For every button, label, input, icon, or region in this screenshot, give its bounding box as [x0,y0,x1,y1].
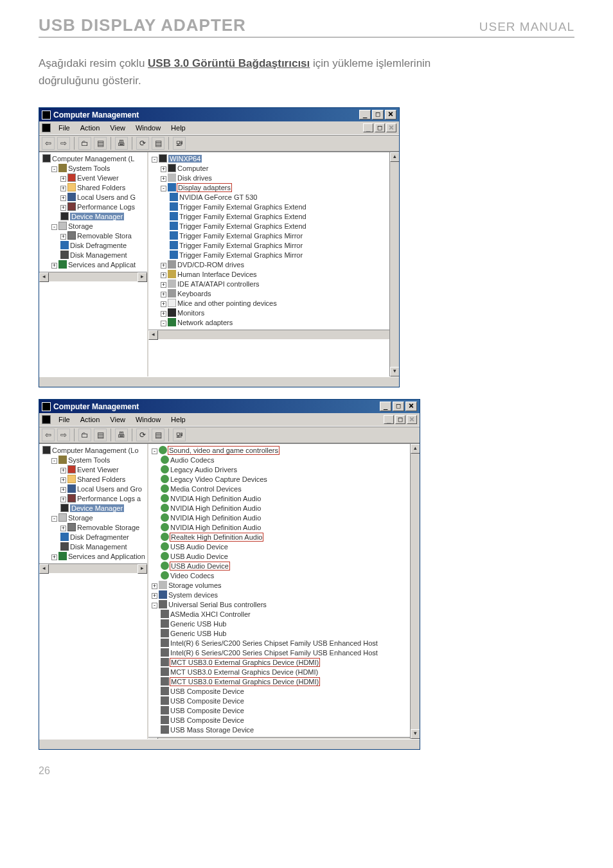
forward-icon[interactable]: ⇨ [57,137,70,150]
tree-disk-mgmt[interactable]: Disk Management [70,543,127,551]
expand-icon[interactable]: + [60,497,66,502]
collapse-icon[interactable]: - [152,448,157,454]
tree-local-users[interactable]: Local Users and Gro [77,485,142,493]
sound-item[interactable]: Legacy Video Capture Devices [170,475,267,483]
tree-network[interactable]: Network adapters [177,319,233,326]
sound-item[interactable]: Legacy Audio Drivers [170,466,237,474]
tree-system-tools[interactable]: System Tools [68,164,110,172]
tree-removable[interactable]: Removable Storage [77,524,139,531]
tree-monitors[interactable]: Monitors [177,309,204,317]
tree-removable[interactable]: Removable Stora [77,232,132,240]
tree-event-viewer[interactable]: Event Viewer [77,466,119,474]
collapse-icon[interactable]: - [161,321,166,326]
tree-usb[interactable]: Universal Serial Bus controllers [168,601,267,608]
right-v-scroll[interactable]: ▴▾ [410,444,420,739]
tree-event-viewer[interactable]: Event Viewer [77,174,119,182]
close-button[interactable] [385,110,396,120]
expand-icon[interactable]: + [161,311,166,317]
tree-root[interactable]: Computer Management (Lo [52,447,139,454]
da-item[interactable]: Trigger Family External Graphics Extend [179,213,306,220]
expand-icon[interactable]: + [161,272,166,278]
tree-disk-drives[interactable]: Disk drives [177,174,212,182]
left-h-scroll[interactable]: ◂▸ [39,272,147,281]
forward-icon[interactable]: ⇨ [57,429,70,441]
expand-icon[interactable]: + [60,468,66,474]
back-icon[interactable]: ⇦ [42,429,55,441]
menu-file[interactable]: File [53,123,75,133]
mdi-close-button[interactable] [386,123,396,132]
collapse-icon[interactable]: - [51,516,57,522]
usb-item[interactable]: USB Composite Device [170,697,244,705]
tree-sound[interactable]: Sound, video and game controllers [168,447,279,454]
sound-item[interactable]: NVIDIA High Definition Audio [170,514,261,522]
print-icon[interactable]: 🖶 [115,429,128,441]
tree-defrag[interactable]: Disk Defragmente [70,242,127,249]
restore-button[interactable] [393,402,404,411]
tree-shared-folders[interactable]: Shared Folders [77,184,125,191]
da-item[interactable]: Trigger Family External Graphics Extend [179,222,306,230]
usb-item[interactable]: Intel(R) 6 Series/C200 Series Chipset Fa… [170,649,378,657]
refresh-icon[interactable]: ⟳ [136,429,149,441]
tree-display-adapters[interactable]: Display adapters [177,184,231,191]
mdi-close-button[interactable] [407,415,417,424]
expand-icon[interactable]: + [161,166,166,172]
scan-icon[interactable]: 🖳 [173,429,186,441]
menu-window[interactable]: Window [130,123,166,133]
usb-item[interactable]: Intel(R) 6 Series/C200 Series Chipset Fa… [170,639,378,647]
tree-storage-vol[interactable]: Storage volumes [168,581,222,589]
sound-item[interactable]: USB Audio Device [170,562,229,570]
back-icon[interactable]: ⇦ [42,137,55,150]
menu-window[interactable]: Window [130,414,166,425]
sound-item[interactable]: Audio Codecs [170,456,215,464]
expand-icon[interactable]: + [60,477,66,483]
collapse-icon[interactable]: - [161,186,166,191]
up-level-icon[interactable]: 🗀 [78,137,91,150]
sound-item[interactable]: USB Audio Device [170,553,228,560]
tree-root[interactable]: Computer Management (L [52,155,134,163]
mdi-restore-button[interactable] [375,123,385,132]
usb-item[interactable]: MCT USB3.0 External Graphics Device (HDM… [170,668,318,676]
sound-item[interactable]: Video Codecs [170,572,214,580]
right-h-scroll[interactable]: ◂▸ [148,330,399,339]
expand-icon[interactable]: + [161,292,166,297]
tree-device-manager[interactable]: Device Manager [70,213,124,220]
da-item[interactable]: Trigger Family External Graphics Mirror [179,232,303,240]
minimize-button[interactable] [380,402,391,411]
menu-file[interactable]: File [53,414,75,425]
sound-item[interactable]: Media Control Devices [170,485,242,493]
print-icon[interactable]: 🖶 [115,137,128,150]
tree-storage[interactable]: Storage [68,222,93,230]
expand-icon[interactable]: + [60,205,66,211]
usb-item[interactable]: ASMedia XHCI Controller [170,610,251,618]
tree-perf-logs[interactable]: Performance Logs a [77,495,141,502]
restore-button[interactable] [372,110,384,120]
mdi-restore-button[interactable] [395,415,405,424]
expand-icon[interactable]: + [60,195,66,201]
expand-icon[interactable]: + [161,263,166,269]
expand-icon[interactable]: + [161,282,166,288]
expand-icon[interactable]: + [152,583,157,589]
tree-root-machine[interactable]: WINXP64 [168,155,202,163]
tree-services[interactable]: Services and Applicat [68,261,136,269]
menu-view[interactable]: View [105,414,130,425]
expand-icon[interactable]: + [51,263,57,269]
collapse-icon[interactable]: - [51,166,57,172]
usb-item[interactable]: MCT USB3.0 External Graphics Device (HDM… [170,659,319,666]
tree-computer[interactable]: Computer [177,164,208,172]
tree-defrag[interactable]: Disk Defragmenter [70,533,129,541]
titlebar[interactable]: Computer Management [39,400,420,413]
expand-icon[interactable]: + [60,186,66,191]
right-tree-pane[interactable]: -WINXP64 +Computer +Disk drives -Display… [148,152,399,376]
expand-icon[interactable]: + [161,176,166,182]
menu-view[interactable]: View [105,123,130,133]
usb-item[interactable]: MCT USB3.0 External Graphics Device (HDM… [170,678,319,686]
da-item[interactable]: Trigger Family External Graphics Extend [179,203,306,211]
menu-help[interactable]: Help [166,414,191,425]
expand-icon[interactable]: + [51,554,57,560]
scan-icon[interactable]: 🖳 [173,137,186,150]
left-h-scroll[interactable]: ◂▸ [39,563,147,573]
sound-item[interactable]: USB Audio Device [170,543,228,551]
properties-icon[interactable]: ▤ [152,137,164,150]
tree-ide[interactable]: IDE ATA/ATAPI controllers [177,280,260,288]
tree-keyboards[interactable]: Keyboards [177,290,211,297]
